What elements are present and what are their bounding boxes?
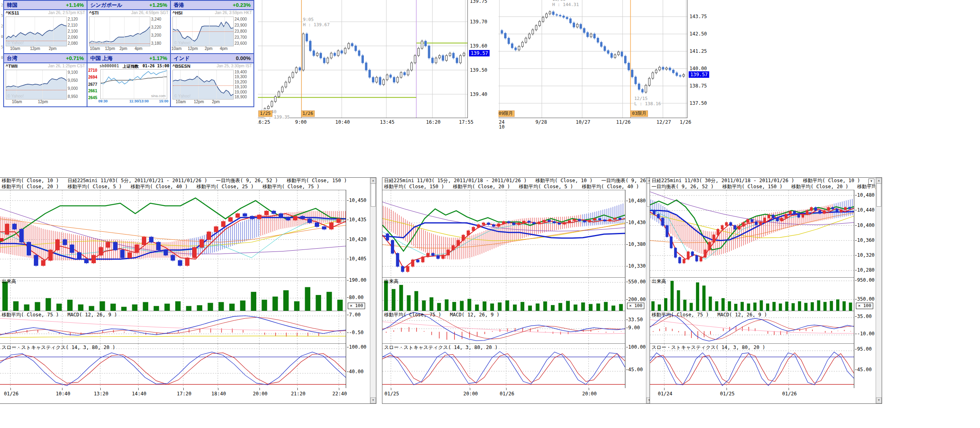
market-name: インド [174,55,190,62]
mini-ytick: 2710 [88,68,97,73]
mini-xtick: 10am [172,46,182,51]
x-tick-label: 21:20 [291,391,305,397]
mini-xtick: 4pm [135,46,142,51]
axis-tick-label: 10,280 [857,267,874,273]
mini-ytick: 2694 [88,75,97,79]
axis-tick-label: 10,480 [628,198,646,204]
vertical-scrollbar[interactable]: ▲▼ [876,178,882,403]
axis-tick-label: 10,400 [857,222,874,228]
mini-xtick: 12pm [38,100,48,104]
sina-info-row: sh000001上证指数01-26 15:00 [100,64,169,69]
scrollbar-thumb[interactable] [371,183,376,207]
mini-xtick: 10am [90,46,100,51]
watermark: © Yahoo! [7,41,24,45]
day-tag: 1/25 [258,110,272,117]
chart-legend-line2: 一目均衡表( 9, 26, 52 ) 移動平均( Close, 150 ) 移動… [650,184,882,190]
chart-legend-line1: 日経225mini 11/03( 15分, 2011/01/18 - 2011/… [382,178,652,184]
market-panel-韓国[interactable]: 韓国+1.14%^KS11Jan 26, 2:57pm KST© Yahoo!2… [4,1,87,54]
mini-gridline [110,17,110,46]
scrollbar-down-arrow[interactable]: ▼ [370,397,376,403]
chart-annotation: 10/06 H : 144.31 [552,0,579,7]
axis-tick-label: 10,430 [628,220,646,225]
market-panel-台湾[interactable]: 台湾+0.71%^TWIIJan 26, 1:25pm CST© Yahoo!9… [4,54,87,107]
pane-main [0,190,346,277]
market-panel-header: 台湾+0.71% [4,54,87,63]
watermark: © Yahoo! [7,94,24,98]
market-name: 香港 [174,2,184,9]
x-tick-label: 17:20 [177,391,191,397]
mini-xtick: 10am [12,100,22,104]
pane-stoch: スロー・ストキャスティクス( 14, 3, 80, 20 ) [650,343,854,390]
prev-close-line [173,31,233,32]
market-panel-body: ^KS11Jan 26, 2:57pm KST© Yahoo!2,1202,11… [4,10,87,53]
x-tick-label: 01/25 [720,391,735,397]
vertical-scrollbar[interactable]: ▲▼ [370,178,376,403]
axis-xtick-year: 2010 [498,124,505,130]
mini-ytick: 18,900 [235,95,247,99]
mini-gridline [198,70,199,99]
mini-ytick: 23,600 [235,41,247,46]
market-panel-body: ^TWIIJan 26, 1:25pm CST© Yahoo!9,1009,05… [4,63,87,106]
market-panel-香港[interactable]: 香港+0.23%^HSIJan 26, 3:59pm HKT© Yahoo!24… [171,1,254,54]
axis-ytick: 141.25 [689,48,707,54]
mini-ytick: 9,000 [68,86,78,91]
x-tick-label: 13:20 [94,391,108,397]
header-dropdown-icon[interactable]: ▼ [868,179,874,185]
x-tick-label: 01/26 [4,391,19,397]
mini-ytick: 2661 [88,89,97,93]
scrollbar-up-arrow[interactable]: ▲ [370,178,376,184]
axis-ytick: 140.00 [689,66,707,71]
axis-xtick: 10:40 [335,119,350,125]
market-panel-中国 上海[interactable]: 中国 上海+1.17%sh000001上证指数01-26 15:00sina.c… [87,54,171,107]
market-panel-body: sh000001上证指数01-26 15:00sina.com271026942… [87,63,170,106]
axis-ytick: 139.60 [470,43,487,49]
market-timestamp: Jan 26, 2:57pm KST [48,10,85,15]
last-price-tag: 139.57 [469,50,490,56]
x-tick-label: 22:40 [332,391,347,397]
market-timestamp: Jan 26, 3:59pm HKT [215,10,252,15]
symbol-row: ^HSIJan 26, 3:59pm HKT [172,10,252,15]
mini-ytick: 23,800 [235,29,247,33]
pane-macd: 移動平均( Close, 75 ) MACD( 12, 26, 9 ) [382,311,625,343]
scrollbar-down-arrow[interactable]: ▼ [876,397,882,403]
mini-ytick: 8,950 [68,94,78,99]
last-price-tag: 139.57 [689,71,709,78]
mini-ytick: 19,400 [235,70,247,74]
scale-multiplier-box: × 100 [856,303,873,309]
mini-ytick: 2677 [88,82,97,87]
axis-xtick: 13:45 [380,119,394,125]
axis-ytick: 138.75 [689,83,707,89]
stochastics-label: スロー・ストキャスティクス( 14, 3, 80, 20 ) [384,344,498,351]
x-tick-label: 01/24 [658,391,672,397]
market-change-badge: 0.00% [236,55,251,61]
market-change-badge: +1.14% [66,2,84,8]
x-tick-mark [10,388,11,390]
mini-ytick: 19,200 [235,80,247,84]
x-tick-mark [100,388,101,390]
axis-tick-label: 350.00 [857,296,874,302]
market-panel-シンガポール[interactable]: シンガポール+1.25%^STIJan 26, 4:59pm SGT© Yaho… [87,1,171,54]
axis-tick-label: -0.50 [349,330,363,335]
mini-ytick: 2,120 [68,17,78,21]
chart-annotation: 12/15 L : 138.16 [634,96,661,106]
axis-tick-label: 10,480 [857,192,874,198]
market-panel-インド[interactable]: インド0.00%^BSESNJan 25, 3:30pm IST© Yahoo!… [171,54,254,107]
mini-ytick: 19,000 [235,90,247,94]
pane-volume: 出来高 [650,277,854,311]
axis-tick-label: 10,380 [628,241,646,247]
scrollbar-up-arrow[interactable]: ▲ [876,178,882,184]
watermark: © Yahoo! [174,41,191,45]
mini-ytick: 2,100 [68,29,78,33]
x-tick-label: 20:00 [463,391,478,397]
mini-xtick: 2pm [120,46,127,51]
scrollbar-thumb[interactable] [876,183,881,207]
mini-plot: © Yahoo! [6,17,67,46]
mini-ytick: 2,090 [68,35,78,39]
axis-ytick: 139.70 [470,19,487,25]
market-symbol: ^TWII [6,64,18,69]
x-tick-mark [138,388,139,390]
x-tick-label: 14:40 [132,391,146,397]
mini-ytick: 3,200 [151,33,161,37]
axis-xtick: 9/28 [536,119,547,125]
sina-index-name: 上证指数 [122,64,139,69]
